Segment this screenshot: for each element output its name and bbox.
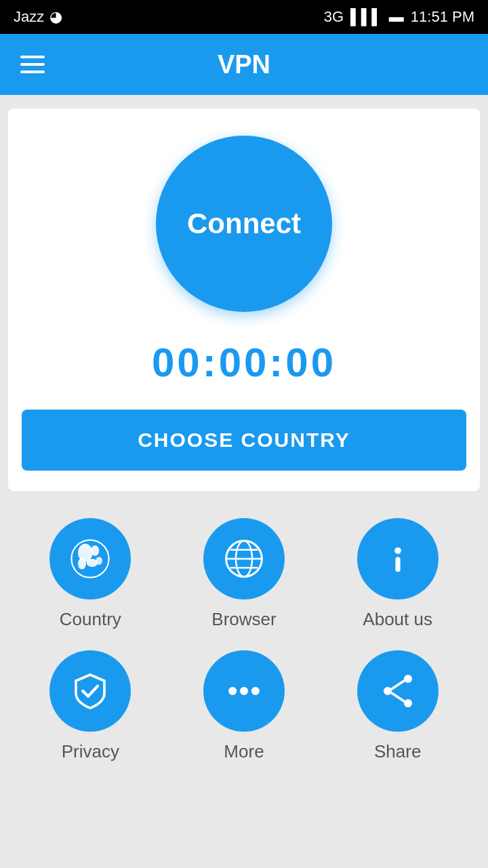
share-icon — [378, 671, 418, 711]
hamburger-line-3 — [20, 71, 45, 73]
nav-item-more[interactable]: More — [174, 650, 314, 762]
battery-icon: ▬ — [389, 8, 404, 26]
browser-icon-circle — [203, 518, 285, 599]
svg-point-14 — [228, 687, 237, 695]
shield-check-icon — [70, 671, 110, 711]
svg-point-15 — [240, 687, 248, 695]
about-icon-circle — [357, 518, 439, 599]
status-bar: Jazz ◕ 3G ▌▌▌ ▬ 11:51 PM — [0, 0, 488, 34]
signal-bars-icon: ▌▌▌ — [350, 8, 382, 26]
carrier-info: Jazz ◕ — [14, 8, 62, 26]
app-bar: VPN — [0, 34, 488, 95]
svg-point-12 — [394, 547, 401, 554]
country-label: Country — [60, 609, 121, 630]
hamburger-line-2 — [20, 63, 45, 66]
nav-item-about[interactable]: About us — [327, 518, 468, 630]
about-label: About us — [363, 609, 432, 630]
svg-point-4 — [78, 558, 86, 570]
more-icon-circle — [203, 650, 285, 732]
svg-rect-13 — [395, 557, 400, 572]
privacy-icon-circle — [49, 650, 131, 732]
svg-point-19 — [384, 687, 392, 695]
browser-label: Browser — [211, 609, 276, 630]
connect-button[interactable]: Connect — [156, 136, 332, 312]
signal-3g: 3G — [324, 8, 344, 26]
app-title: VPN — [218, 50, 270, 79]
svg-line-20 — [392, 681, 404, 689]
time-display: 11:51 PM — [411, 8, 474, 26]
nav-item-privacy[interactable]: Privacy — [20, 650, 161, 762]
share-icon-circle — [357, 650, 439, 732]
choose-country-button[interactable]: CHOOSE COUNTRY — [22, 410, 466, 471]
svg-point-17 — [404, 675, 412, 683]
svg-point-2 — [92, 545, 100, 556]
status-right: 3G ▌▌▌ ▬ 11:51 PM — [324, 8, 474, 26]
info-icon — [378, 538, 418, 579]
globe-grid-icon — [224, 538, 264, 579]
nav-item-browser[interactable]: Browser — [174, 518, 314, 630]
svg-point-18 — [404, 699, 412, 707]
more-label: More — [224, 741, 264, 762]
more-dots-icon — [224, 671, 264, 711]
share-label: Share — [374, 741, 421, 762]
main-card: Connect 00:00:00 CHOOSE COUNTRY — [8, 108, 480, 491]
wifi-icon: ◕ — [49, 8, 62, 26]
nav-item-share[interactable]: Share — [327, 650, 468, 762]
hamburger-line-1 — [20, 56, 45, 58]
privacy-label: Privacy — [62, 741, 119, 762]
nav-item-country[interactable]: Country — [20, 518, 161, 630]
svg-point-16 — [251, 687, 260, 695]
country-icon-circle — [49, 518, 131, 599]
svg-point-5 — [96, 557, 103, 565]
globe-earth-icon — [70, 538, 110, 579]
carrier-name: Jazz — [14, 8, 44, 26]
menu-button[interactable] — [20, 56, 45, 73]
timer-display: 00:00:00 — [152, 339, 336, 386]
bottom-nav-grid: Country Browser About us — [0, 505, 488, 783]
svg-line-21 — [392, 693, 404, 701]
